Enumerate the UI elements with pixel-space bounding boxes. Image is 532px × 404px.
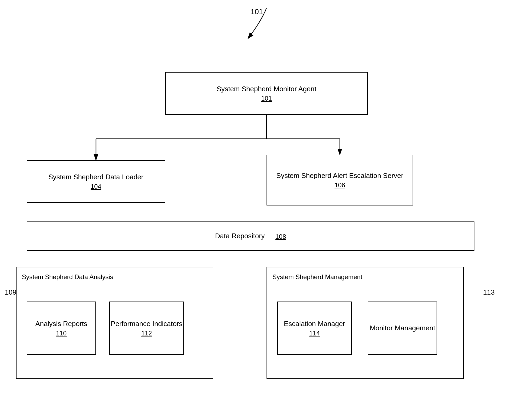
management-title: System Shepherd Management bbox=[272, 273, 362, 281]
alert-escalation-title: System Shepherd Alert Escalation Server bbox=[276, 171, 404, 180]
data-loader-box: System Shepherd Data Loader 104 bbox=[27, 160, 165, 203]
monitor-agent-ref: 101 bbox=[261, 95, 272, 102]
diagram-container: 101 System Shepherd Monitor Agent 101 Sy… bbox=[0, 0, 532, 404]
data-repository-box: Data Repository 108 bbox=[27, 221, 474, 251]
alert-escalation-box: System Shepherd Alert Escalation Server … bbox=[267, 155, 413, 205]
monitor-management-title: Monitor Management bbox=[370, 324, 435, 333]
analysis-reports-title: Analysis Reports bbox=[35, 319, 87, 328]
top-reference-label: 101 bbox=[251, 7, 263, 16]
data-analysis-title: System Shepherd Data Analysis bbox=[22, 273, 113, 281]
management-side-label: 113 bbox=[483, 288, 495, 296]
performance-indicators-box: Performance Indicators 112 bbox=[109, 302, 184, 355]
performance-indicators-title: Performance Indicators bbox=[111, 319, 183, 328]
data-analysis-side-label: 109 bbox=[5, 288, 16, 296]
data-loader-ref: 104 bbox=[91, 183, 101, 190]
monitor-agent-box: System Shepherd Monitor Agent 101 bbox=[165, 72, 368, 115]
monitor-management-box: Monitor Management bbox=[368, 302, 437, 355]
escalation-manager-ref: 114 bbox=[309, 330, 320, 337]
escalation-manager-box: Escalation Manager 114 bbox=[277, 302, 352, 355]
data-loader-title: System Shepherd Data Loader bbox=[49, 173, 144, 182]
monitor-agent-title: System Shepherd Monitor Agent bbox=[217, 85, 316, 94]
performance-indicators-ref: 112 bbox=[141, 330, 152, 337]
alert-escalation-ref: 106 bbox=[334, 181, 345, 189]
analysis-reports-box: Analysis Reports 110 bbox=[27, 302, 96, 355]
escalation-manager-title: Escalation Manager bbox=[284, 319, 345, 328]
data-repository-ref: 108 bbox=[275, 233, 286, 240]
data-repository-title: Data Repository bbox=[215, 232, 265, 241]
analysis-reports-ref: 110 bbox=[56, 330, 67, 337]
